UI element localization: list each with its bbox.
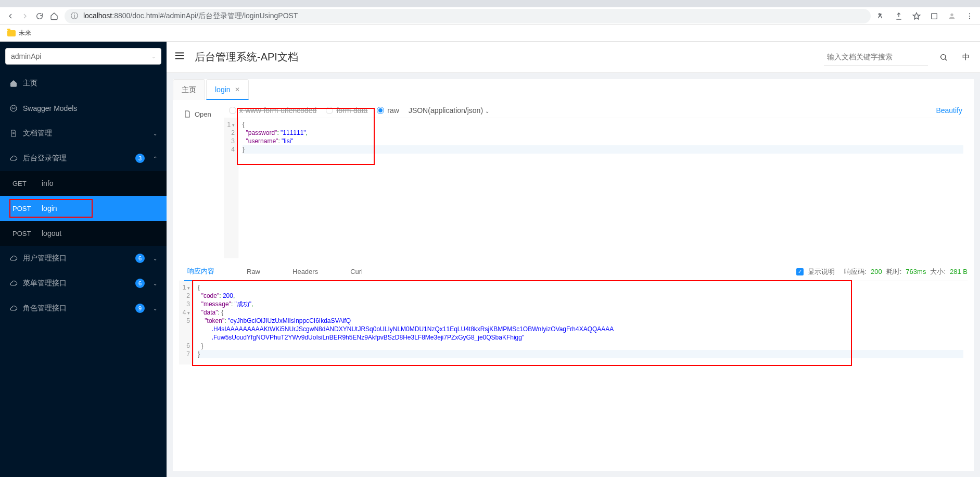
count-badge: 9 <box>135 304 145 313</box>
tab-label: login <box>215 85 231 94</box>
forward-icon <box>21 12 29 20</box>
submenu-item-label: logout <box>42 229 61 237</box>
reload-button[interactable] <box>32 9 47 23</box>
sidebar-item-label: 用户管理接口 <box>23 254 130 263</box>
cloud-icon <box>9 254 18 262</box>
share-icon <box>895 12 903 20</box>
sidebar: adminApi ⌄ 主页 Swagger Models 文档管理 ⌄ 后台登录… <box>0 42 167 477</box>
count-badge: 3 <box>135 154 145 163</box>
menu-button[interactable] <box>962 9 977 23</box>
radio-form-data[interactable]: form-data <box>326 106 367 115</box>
share-button[interactable] <box>892 9 906 23</box>
sidebar-item-roles[interactable]: 角色管理接口 9 ⌄ <box>0 296 167 321</box>
close-icon[interactable]: ✕ <box>235 86 240 93</box>
star-icon <box>912 12 921 20</box>
response-body-editor[interactable]: 1 2 3 4 5 6 7 { "code": 200, "message" <box>179 281 968 365</box>
folder-icon <box>7 30 16 36</box>
svg-point-3 <box>969 15 970 16</box>
api-select[interactable]: adminApi ⌄ <box>5 48 161 65</box>
home-icon <box>9 79 18 87</box>
status-value: 200 <box>871 268 882 275</box>
bookmarks-bar: 未来 <box>0 25 980 42</box>
response-panel: 响应内容 Raw Headers Curl ✓ 显示说明 响应码: 200 耗时… <box>179 262 968 365</box>
svg-point-1 <box>950 13 953 16</box>
back-icon <box>6 12 15 20</box>
radio-icon <box>377 107 384 114</box>
main-content: 后台管理系统-API文档 中 主页 login ✕ Open <box>167 42 980 477</box>
method-label: POST <box>12 230 42 237</box>
submenu-item-login[interactable]: POST login <box>0 196 167 221</box>
browser-tabs-bar <box>0 0 980 7</box>
beautify-link[interactable]: Beautify <box>936 106 968 115</box>
tab-login[interactable]: login ✕ <box>206 79 249 100</box>
request-body-editor[interactable]: 1 2 3 4 { "password": "111111", "usernam… <box>224 118 968 258</box>
file-open-icon <box>183 110 192 118</box>
home-nav-icon <box>50 12 58 20</box>
star-button[interactable] <box>909 9 924 23</box>
chevron-down-icon: ⌄ <box>153 131 157 136</box>
menu-dots-icon <box>965 12 974 20</box>
tab-label: 主页 <box>182 85 196 95</box>
profile-icon <box>948 12 956 20</box>
radio-label: raw <box>387 106 399 115</box>
chevron-down-icon: ⌄ <box>151 54 156 59</box>
time-label: 耗时: <box>886 267 902 277</box>
sidebar-item-home[interactable]: 主页 <box>0 71 167 96</box>
svg-point-6 <box>941 54 946 59</box>
chevron-down-icon: ⌄ <box>153 256 157 261</box>
svg-rect-0 <box>932 13 937 19</box>
resp-tab-content[interactable]: 响应内容 <box>184 262 218 281</box>
tab-bar: 主页 login ✕ <box>173 79 974 100</box>
url-bar[interactable]: ⓘ localhost:8800/doc.html#/adminApi/后台登录… <box>65 9 871 23</box>
open-button[interactable]: Open <box>179 106 215 122</box>
search-button[interactable] <box>936 50 951 65</box>
radio-icon <box>326 107 333 114</box>
home-nav-button[interactable] <box>47 9 61 23</box>
bookmark-item[interactable]: 未来 <box>4 26 34 41</box>
chevron-down-icon: ⌄ <box>153 281 157 286</box>
method-label: POST <box>12 205 42 212</box>
sidebar-item-label: Swagger Models <box>23 104 157 112</box>
radio-label: x-www-form-urlencoded <box>239 106 317 115</box>
sidebar-item-users[interactable]: 用户管理接口 6 ⌄ <box>0 246 167 271</box>
radio-label: form-data <box>336 106 367 115</box>
sidebar-item-swagger[interactable]: Swagger Models <box>0 96 167 121</box>
content-type-select[interactable]: JSON(application/json) ⌄ <box>409 106 489 115</box>
sidebar-item-label: 后台登录管理 <box>23 154 130 163</box>
back-button[interactable] <box>3 9 18 23</box>
resp-tab-headers[interactable]: Headers <box>289 262 321 281</box>
cloud-icon <box>9 304 18 312</box>
sidebar-item-login-group[interactable]: 后台登录管理 3 ⌃ <box>0 146 167 171</box>
show-desc-checkbox[interactable]: ✓ <box>796 268 804 275</box>
resp-tab-raw[interactable]: Raw <box>244 262 263 281</box>
lang-switch[interactable]: 中 <box>959 53 973 62</box>
resp-tab-curl[interactable]: Curl <box>347 262 366 281</box>
submenu-item-logout[interactable]: POST logout <box>0 221 167 246</box>
submenu-item-info[interactable]: GET info <box>0 171 167 196</box>
forward-button[interactable] <box>18 9 32 23</box>
url-text: localhost:8800/doc.html#/adminApi/后台登录管理… <box>83 11 298 21</box>
header: 后台管理系统-API文档 中 <box>167 42 980 73</box>
search-icon <box>939 53 948 61</box>
radio-form-urlencoded[interactable]: x-www-form-urlencoded <box>229 106 317 115</box>
profile-button[interactable] <box>945 9 959 23</box>
count-badge: 6 <box>135 279 145 288</box>
submenu-item-label: info <box>42 179 54 187</box>
content-type-label: JSON(application/json) <box>409 106 483 115</box>
translate-button[interactable] <box>874 9 888 23</box>
sidebar-item-docs[interactable]: 文档管理 ⌄ <box>0 121 167 146</box>
request-panel: x-www-form-urlencoded form-data raw JSON… <box>224 106 968 258</box>
open-label: Open <box>195 110 211 118</box>
size-label: 大小: <box>930 267 946 277</box>
count-badge: 6 <box>135 254 145 263</box>
svg-point-4 <box>969 18 970 19</box>
radio-raw[interactable]: raw <box>377 106 399 115</box>
cloud-icon <box>9 154 18 162</box>
submenu-item-label: login <box>42 204 57 212</box>
search-input[interactable] <box>824 49 928 66</box>
tab-home[interactable]: 主页 <box>173 79 205 100</box>
sidebar-toggle[interactable] <box>174 50 186 64</box>
extensions-button[interactable] <box>927 9 941 23</box>
sidebar-item-menus[interactable]: 菜单管理接口 6 ⌄ <box>0 271 167 296</box>
extensions-icon <box>930 12 938 20</box>
